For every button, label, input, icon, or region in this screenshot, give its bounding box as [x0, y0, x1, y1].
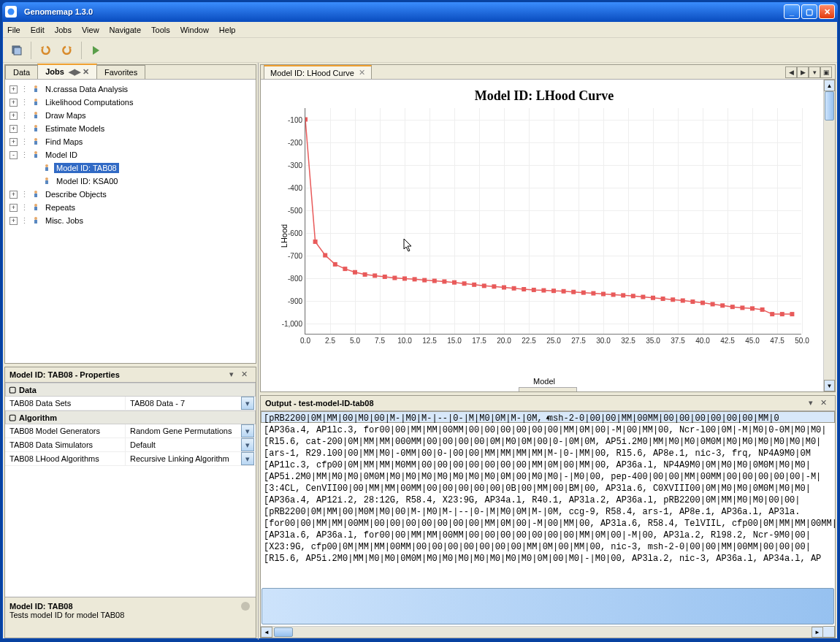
svg-rect-47: [522, 287, 526, 291]
svg-rect-71: [760, 307, 765, 312]
menu-edit[interactable]: Edit: [31, 26, 45, 34]
tree-item[interactable]: +⋮N.crassa Data Analysis: [7, 83, 254, 96]
doc-vertical-scrollbar[interactable]: ▲ ▼: [823, 80, 835, 391]
svg-rect-67: [720, 303, 725, 307]
svg-rect-2: [14, 47, 21, 55]
scroll-up-icon[interactable]: ▲: [824, 80, 835, 91]
x-tick-label: 15.0: [447, 334, 461, 345]
svg-rect-34: [392, 276, 397, 280]
output-text[interactable]: [pRB2200|0M|MM|00|M0|00|M-|M0|M-|--|0-|M…: [264, 413, 822, 565]
dropdown-icon[interactable]: ▾: [241, 438, 254, 451]
dropdown-icon[interactable]: ▾: [241, 452, 254, 465]
doc-tab-close-icon[interactable]: ✕: [359, 68, 365, 77]
close-button[interactable]: ✕: [819, 4, 835, 19]
panel-drag-handle[interactable]: [519, 387, 577, 391]
menu-jobs[interactable]: Jobs: [55, 26, 72, 34]
menu-window[interactable]: Window: [180, 26, 209, 34]
svg-rect-10: [34, 128, 37, 131]
chart-plot-area: -100-200-300-400-500-600-700-800-900-1,0…: [305, 108, 801, 335]
svg-point-19: [34, 191, 37, 194]
save-all-button[interactable]: [7, 41, 26, 60]
svg-rect-48: [532, 288, 536, 292]
svg-rect-28: [333, 262, 337, 267]
scroll-thumb[interactable]: [825, 91, 834, 121]
x-tick-label: 35.0: [646, 334, 660, 345]
doc-prev-button[interactable]: ◀: [785, 66, 797, 78]
output-close-icon[interactable]: ✕: [820, 398, 831, 408]
svg-rect-32: [373, 273, 377, 278]
svg-rect-4: [34, 88, 37, 92]
properties-close-icon[interactable]: ✕: [241, 370, 251, 380]
doc-maximize-button[interactable]: ▣: [820, 66, 832, 78]
y-tick-label: -200: [288, 138, 305, 146]
tree-item[interactable]: +⋮Repeats: [7, 201, 254, 214]
dropdown-icon[interactable]: ▾: [241, 397, 254, 410]
redo-button[interactable]: [58, 41, 77, 60]
tree-item[interactable]: Model ID: TAB08: [7, 161, 254, 175]
maximize-button[interactable]: ▢: [801, 4, 817, 19]
tree-item[interactable]: +⋮Draw Maps: [7, 109, 254, 122]
tree-item-label: Misc. Jobs: [43, 215, 85, 226]
property-group[interactable]: ▢Data: [5, 383, 256, 397]
person-icon: [31, 150, 40, 159]
minimize-button[interactable]: _: [784, 4, 800, 19]
y-tick-label: -400: [288, 183, 305, 191]
svg-point-23: [34, 217, 37, 220]
scroll-right-icon[interactable]: ▶: [812, 627, 823, 638]
tree-item-label: N.crassa Data Analysis: [43, 84, 130, 94]
tree-item-label: Describe Objects: [43, 189, 109, 199]
tab-data[interactable]: Data: [5, 65, 38, 79]
svg-rect-72: [770, 312, 774, 316]
tree-item[interactable]: +⋮Likelihood Computations: [7, 96, 254, 109]
tree-item[interactable]: +⋮Describe Objects: [7, 188, 254, 201]
run-button[interactable]: [86, 41, 105, 60]
x-tick-label: 22.5: [522, 334, 535, 345]
desc-title: Model ID: TAB08: [9, 602, 251, 611]
scroll-thumb[interactable]: [261, 588, 834, 624]
svg-rect-57: [621, 293, 625, 297]
tree-item[interactable]: -⋮Model ID: [7, 148, 254, 161]
menu-view[interactable]: View: [82, 26, 99, 34]
tree-item[interactable]: +⋮Misc. Jobs: [7, 214, 254, 227]
doc-dropdown-button[interactable]: ▾: [809, 66, 820, 78]
doc-next-button[interactable]: ▶: [797, 66, 809, 78]
tree-item[interactable]: +⋮Find Maps: [7, 135, 254, 148]
tab-jobs[interactable]: Jobs◀▶ ✕: [37, 64, 97, 79]
output-pin-icon[interactable]: ▾: [809, 398, 819, 408]
svg-rect-22: [34, 207, 37, 210]
scroll-down-icon[interactable]: ▼: [824, 380, 835, 391]
titlebar[interactable]: Genomemap 1.3.0 _ ▢ ✕: [2, 2, 838, 21]
svg-point-11: [34, 138, 37, 141]
menu-help[interactable]: Help: [219, 26, 236, 34]
property-value: Random Gene Permutations: [126, 424, 241, 437]
menu-tools[interactable]: Tools: [151, 26, 170, 34]
dropdown-icon[interactable]: ▾: [241, 424, 254, 437]
tree-item-label: Likelihood Computations: [43, 97, 135, 107]
svg-point-7: [34, 112, 37, 115]
x-tick-label: 2.5: [325, 334, 335, 345]
jobs-tree[interactable]: +⋮N.crassa Data Analysis+⋮Likelihood Com…: [5, 80, 256, 363]
svg-rect-60: [651, 296, 655, 300]
property-group[interactable]: ▢Algorithm: [5, 410, 256, 424]
properties-pin-icon[interactable]: ▾: [229, 370, 240, 380]
svg-point-3: [34, 85, 37, 88]
tree-item[interactable]: +⋮Estimate Models: [7, 122, 254, 135]
svg-rect-6: [34, 102, 37, 105]
x-tick-label: 27.5: [571, 334, 585, 345]
x-tick-label: 5.0: [350, 334, 360, 345]
property-key: TAB08 LHood Algorithms: [5, 452, 126, 465]
scroll-left-icon[interactable]: ◀: [261, 627, 272, 638]
undo-button[interactable]: [36, 41, 55, 60]
svg-rect-20: [34, 194, 37, 197]
output-horizontal-scrollbar[interactable]: ◀ ▶: [261, 626, 823, 638]
tab-favorites[interactable]: Favorites: [96, 65, 145, 79]
doc-tab-lhood[interactable]: Model ID: LHood Curve ✕: [264, 65, 372, 79]
x-tick-label: 50.0: [795, 334, 809, 345]
output-title: Output - test-model-ID-tab08: [265, 399, 807, 408]
scroll-thumb[interactable]: [274, 627, 293, 637]
tree-item[interactable]: Model ID: KSA00: [7, 175, 254, 188]
y-tick-label: -100: [288, 115, 305, 123]
desc-body: Tests model ID for model TAB08: [9, 611, 251, 619]
menu-file[interactable]: File: [7, 26, 20, 34]
menu-navigate[interactable]: Navigate: [110, 26, 141, 34]
